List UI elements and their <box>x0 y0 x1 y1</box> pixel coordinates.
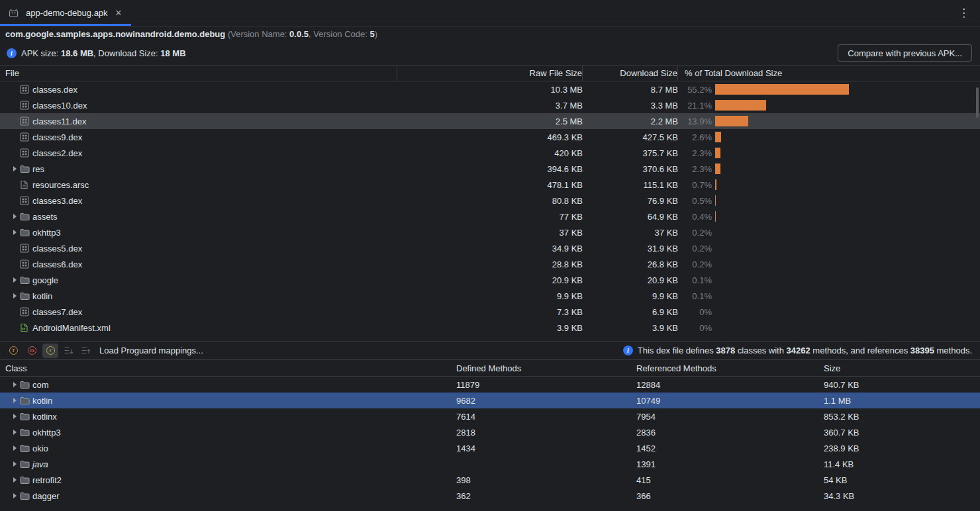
dex-info-text-4: methods. <box>934 346 972 355</box>
class-size: 34.3 KB <box>821 491 980 501</box>
download-pct-bar <box>715 81 980 97</box>
dex-file-icon <box>20 85 32 94</box>
referenced-methods: 12884 <box>634 380 821 390</box>
bar-fill <box>715 195 716 206</box>
chevron-right-icon[interactable] <box>9 382 20 387</box>
download-size: 6.9 KB <box>583 307 678 317</box>
file-name-cell: classes6.dex <box>0 259 397 269</box>
class-size: 11.4 KB <box>821 459 980 469</box>
pct-of-total: 0.1% <box>678 275 715 285</box>
defined-methods: 362 <box>454 491 634 501</box>
chevron-right-icon[interactable] <box>9 230 20 235</box>
raw-file-size: 2.5 MB <box>397 116 583 126</box>
chevron-right-icon[interactable] <box>9 461 20 467</box>
chevron-right-icon[interactable] <box>9 493 20 498</box>
class-row[interactable]: kotlinx76147954853.2 KB <box>0 408 980 424</box>
file-row[interactable]: google20.9 KB20.9 KB0.1% <box>0 272 980 288</box>
file-name: classes6.dex <box>32 259 82 269</box>
show-methods-icon: m <box>28 346 36 355</box>
file-name-cell: classes.dex <box>0 85 397 95</box>
tab-close-icon[interactable]: ✕ <box>115 8 122 18</box>
chevron-right-icon[interactable] <box>9 430 20 435</box>
file-row[interactable]: classes5.dex34.9 KB31.9 KB0.2% <box>0 240 980 256</box>
file-row[interactable]: res394.6 KB370.6 KB2.3% <box>0 161 980 177</box>
tab-apk-file[interactable]: app-demo-debug.apk ✕ <box>0 0 131 26</box>
class-name-cell: okhttp3 <box>0 428 454 438</box>
column-header-defined-methods[interactable]: Defined Methods <box>454 363 634 373</box>
chevron-right-icon[interactable] <box>9 398 20 403</box>
chevron-right-icon[interactable] <box>9 277 20 283</box>
file-row[interactable]: resources.arsc478.1 KB115.1 KB0.7% <box>0 177 980 193</box>
file-row[interactable]: classes7.dex7.3 KB6.9 KB0% <box>0 304 980 320</box>
expand-all-icon[interactable] <box>61 344 75 358</box>
vertical-scrollbar[interactable] <box>976 87 979 118</box>
chevron-right-icon[interactable] <box>9 445 20 451</box>
file-row[interactable]: assets77 KB64.9 KB0.4% <box>0 209 980 224</box>
file-row[interactable]: classes9.dex469.3 KB427.5 KB2.6% <box>0 129 980 145</box>
file-name: assets <box>32 212 58 222</box>
download-size: 427.5 KB <box>583 132 678 142</box>
file-row[interactable]: classes2.dex420 KB375.7 KB2.3% <box>0 145 980 161</box>
class-row[interactable]: java139111.4 KB <box>0 456 980 472</box>
load-proguard-mappings-link[interactable]: Load Proguard mappings... <box>99 346 203 355</box>
column-header-download-size[interactable]: Download Size <box>583 66 678 81</box>
download-pct-bar <box>715 224 980 240</box>
download-pct-bar <box>715 240 980 256</box>
file-row[interactable]: kotlin9.9 KB9.9 KB0.1% <box>0 288 980 304</box>
chevron-right-icon[interactable] <box>9 166 20 171</box>
file-row[interactable]: classes3.dex80.8 KB76.9 KB0.5% <box>0 193 980 209</box>
class-name-cell: java <box>0 459 454 469</box>
show-fields-toggle[interactable]: f <box>5 344 21 358</box>
download-size: 20.9 KB <box>583 275 678 285</box>
file-name: classes2.dex <box>32 148 82 158</box>
file-name-cell: classes7.dex <box>0 307 397 317</box>
download-pct-bar <box>715 97 980 113</box>
column-header-size[interactable]: Size <box>821 363 980 373</box>
class-size: 238.9 KB <box>821 443 980 453</box>
pct-of-total: 0.2% <box>678 259 715 269</box>
pct-of-total: 0.2% <box>678 228 715 238</box>
class-row[interactable]: dagger36236634.3 KB <box>0 488 980 504</box>
apk-size-value: 18.6 MB <box>61 48 93 58</box>
class-table-body: com1187912884940.7 KBkotlin9682107491.1 … <box>0 377 980 504</box>
class-row[interactable]: kotlin9682107491.1 MB <box>0 393 980 408</box>
bar-fill <box>715 116 748 126</box>
file-row[interactable]: classes.dex10.3 MB8.7 MB55.2% <box>0 81 980 97</box>
class-row[interactable]: retrofit239841554 KB <box>0 472 980 488</box>
more-options-icon[interactable]: ⋮ <box>948 0 980 26</box>
compare-apk-button[interactable]: Compare with previous APK... <box>838 44 972 62</box>
chevron-right-icon[interactable] <box>9 414 20 419</box>
file-row[interactable]: classes10.dex3.7 MB3.3 MB21.1% <box>0 97 980 113</box>
class-row[interactable]: okhttp328182836360.7 KB <box>0 424 980 440</box>
referenced-methods: 7954 <box>634 412 821 422</box>
raw-file-size: 478.1 KB <box>397 180 583 190</box>
download-size: 31.9 KB <box>583 244 678 254</box>
file-name: classes3.dex <box>32 196 82 206</box>
download-pct-bar <box>715 209 980 224</box>
class-row[interactable]: com1187912884940.7 KB <box>0 377 980 393</box>
column-header-raw-size[interactable]: Raw File Size <box>397 66 583 81</box>
chevron-right-icon[interactable] <box>9 214 20 219</box>
file-row[interactable]: classes6.dex28.8 KB26.8 KB0.2% <box>0 256 980 272</box>
file-name-cell: classes10.dex <box>0 101 397 111</box>
show-references-toggle[interactable]: r <box>42 344 58 358</box>
class-row[interactable]: okio14341452238.9 KB <box>0 440 980 456</box>
column-header-class[interactable]: Class <box>0 363 454 373</box>
chevron-right-icon[interactable] <box>9 293 20 299</box>
dex-toolbar: f m r Load Proguard mappings... iThis de… <box>0 341 980 360</box>
file-row[interactable]: AndroidManifest.xml3.9 KB3.9 KB0% <box>0 320 980 336</box>
show-methods-toggle[interactable]: m <box>24 344 40 358</box>
file-row[interactable]: classes11.dex2.5 MB2.2 MB13.9% <box>0 113 980 129</box>
column-header-referenced-methods[interactable]: Referenced Methods <box>634 363 821 373</box>
file-name-cell: AndroidManifest.xml <box>0 323 397 333</box>
info-icon: i <box>7 48 17 58</box>
chevron-right-icon[interactable] <box>9 477 20 483</box>
class-size: 54 KB <box>821 475 980 485</box>
column-header-file[interactable]: File <box>0 66 397 81</box>
column-header-pct-of-total[interactable]: % of Total Download Size <box>678 66 980 81</box>
file-row[interactable]: okhttp337 KB37 KB0.2% <box>0 224 980 240</box>
file-name-cell: classes3.dex <box>0 196 397 206</box>
collapse-all-icon[interactable] <box>78 344 93 358</box>
dex-file-icon <box>20 101 32 110</box>
class-name-cell: com <box>0 380 454 390</box>
